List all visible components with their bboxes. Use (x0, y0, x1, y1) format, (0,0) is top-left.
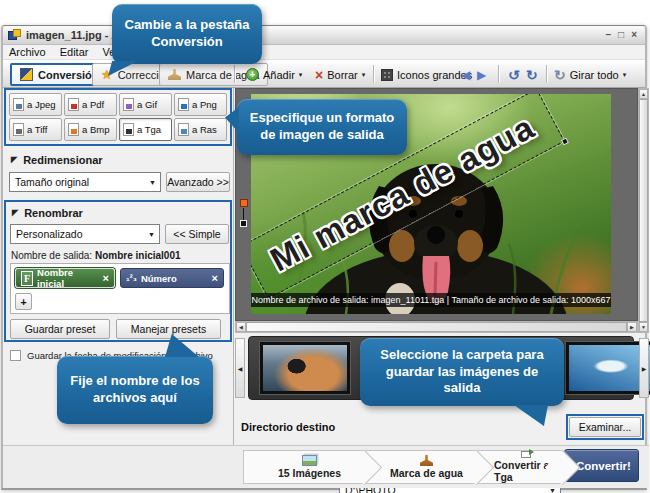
vertical-scroll-thumb[interactable] (639, 99, 648, 322)
rename-section-header[interactable]: ◤ Renombrar (12, 207, 83, 219)
chip-initial-name[interactable]: F Nombre inicial × (15, 268, 115, 288)
output-name-value: Nombre inicial001 (95, 250, 181, 261)
callout-format: Especifique un formato de imagen de sali… (237, 99, 407, 155)
rotate-right-icon: ↻ (526, 68, 538, 82)
step-images: 15 Imágenes (243, 450, 365, 484)
collapse-icon[interactable]: ◤ (11, 156, 17, 164)
format-gif-button[interactable]: a Gif (119, 93, 172, 116)
conversion-icon (20, 68, 33, 81)
resize-preset-select[interactable]: Tamaño original ▼ (9, 172, 161, 192)
delete-dropdown-icon[interactable]: ▾ (362, 71, 366, 79)
rotate-left-button[interactable]: ↺ (508, 64, 520, 85)
add-dropdown-icon[interactable]: ▾ (299, 71, 303, 79)
format-tga-button[interactable]: a Tga (119, 118, 172, 141)
prev-icon: ◀ (461, 69, 470, 81)
rename-preset-value: Personalizado (16, 228, 83, 240)
add-icon: + (246, 68, 259, 81)
gif-file-icon (123, 98, 134, 111)
rotate-handle[interactable] (240, 199, 248, 207)
watermark-stamp-icon (168, 69, 181, 80)
scroll-down-button[interactable]: ▼ (639, 322, 648, 332)
stamp-icon (420, 455, 433, 466)
app-icon (8, 29, 21, 42)
large-icons-button[interactable]: Iconos grandes (381, 64, 472, 85)
callout-folder: Seleccione la carpeta para guardar las i… (360, 338, 564, 406)
format-grid: a Jpeg a Pdf a Gif a Png a Tiff a Bmp a … (4, 88, 232, 146)
horizontal-scrollbar[interactable]: ◀ ▶ (235, 321, 638, 333)
steps-bar: 15 Imágenes Marca de agua Convertir a Tg… (3, 445, 649, 488)
scroll-left-button[interactable]: ◀ (236, 322, 246, 332)
simple-button[interactable]: << Simple (165, 224, 229, 244)
scroll-up-button[interactable]: ▲ (639, 89, 648, 99)
letter-f-icon: F (21, 271, 33, 286)
delete-button[interactable]: × Borrar ▾ (315, 64, 365, 85)
thumbnails-prev-button[interactable]: ◀ (235, 338, 245, 398)
menu-archivo[interactable]: Archivo (9, 46, 46, 58)
menu-bar: Archivo Editar Ver Ayuda (3, 45, 645, 60)
rotate-all-icon: ↻ (554, 68, 566, 82)
ras-file-icon (178, 123, 189, 136)
rename-preset-select[interactable]: Personalizado ▼ (10, 224, 160, 244)
rotate-all-dropdown-icon[interactable]: ▾ (623, 71, 627, 79)
combo-arrow-icon[interactable]: ▼ (148, 231, 155, 238)
format-pdf-button[interactable]: a Pdf (64, 93, 117, 116)
format-tiff-button[interactable]: a Tiff (9, 118, 62, 141)
close-button[interactable]: × (631, 30, 637, 40)
bmp-file-icon (68, 123, 79, 136)
chip-number[interactable]: ₁²₃ Número × (120, 268, 224, 288)
menu-editar[interactable]: Editar (60, 46, 89, 58)
move-handle[interactable] (240, 220, 247, 227)
combo-arrow-icon[interactable]: ▼ (149, 179, 156, 186)
format-jpeg-button[interactable]: a Jpeg (9, 93, 62, 116)
convert-file-icon (521, 451, 531, 458)
horizontal-scroll-thumb[interactable] (246, 322, 627, 332)
add-rule-button[interactable]: + (15, 293, 32, 310)
toolbar-separator (546, 65, 547, 83)
left-panel: a Jpeg a Pdf a Gif a Png a Tiff a Bmp a … (3, 88, 234, 487)
output-status-text: Nombre de archivo de salida: imagen_1101… (251, 293, 611, 307)
tab-conversion-label: Conversión (38, 69, 99, 81)
maximize-button[interactable]: □ (618, 30, 624, 40)
resize-title: Redimensionar (23, 154, 102, 166)
thumbnail-watch[interactable] (259, 341, 351, 395)
delete-label: Borrar (327, 69, 358, 81)
thumbnail-dolphin[interactable] (565, 341, 650, 395)
advanced-button[interactable]: Avanzado >> (166, 172, 230, 192)
keep-date-checkbox[interactable] (10, 350, 21, 361)
format-png-button[interactable]: a Png (174, 93, 227, 116)
rotate-left-icon: ↺ (508, 68, 520, 82)
toolbar: Conversión ★ Correcciones Marca de agua … (3, 60, 645, 88)
next-image-button[interactable]: ▶ (477, 64, 486, 85)
title-bar[interactable]: imagen_11.jpg - AVS Image Converter – □ … (3, 26, 645, 45)
format-bmp-button[interactable]: a Bmp (64, 118, 117, 141)
scroll-right-button[interactable]: ▶ (627, 322, 637, 332)
number-123-icon: ₁²₃ (126, 273, 137, 283)
vertical-scrollbar[interactable]: ▲ ▼ (638, 88, 649, 333)
browse-button[interactable]: Examinar... (569, 417, 641, 437)
resize-section-header[interactable]: ◤ Redimensionar (11, 154, 103, 166)
add-button[interactable]: + Añadir ▾ (246, 64, 302, 85)
images-icon (302, 455, 317, 466)
save-preset-button[interactable]: Guardar preset (10, 319, 110, 339)
png-file-icon (178, 98, 189, 111)
rotate-all-label: Girar todo (570, 69, 619, 81)
next-icon: ▶ (477, 69, 486, 81)
minimize-button[interactable]: – (606, 30, 612, 40)
rotate-all-button[interactable]: ↻ Girar todo ▾ (554, 64, 626, 85)
prev-image-button[interactable]: ◀ (461, 64, 470, 85)
manage-presets-button[interactable]: Manejar presets (116, 319, 221, 339)
chip-close-icon[interactable]: × (212, 273, 218, 284)
output-name-label: Nombre de salida: Nombre inicial001 (11, 250, 181, 261)
rotate-right-button[interactable]: ↻ (526, 64, 538, 85)
thumbnails-next-button[interactable]: ▶ (639, 338, 649, 398)
collapse-icon[interactable]: ◤ (12, 209, 18, 217)
toolbar-separator (373, 65, 374, 83)
chip-close-icon[interactable]: × (103, 273, 109, 284)
callout-tab: Cambie a la pestaña Conversión (112, 4, 262, 64)
pdf-file-icon (68, 98, 79, 111)
callout-rename: Fije el nombre de los archivos aquí (57, 356, 213, 424)
toolbar-separator (234, 65, 235, 83)
format-ras-button[interactable]: a Ras (174, 118, 227, 141)
toolbar-separator (498, 65, 499, 83)
rename-title: Renombrar (24, 207, 83, 219)
